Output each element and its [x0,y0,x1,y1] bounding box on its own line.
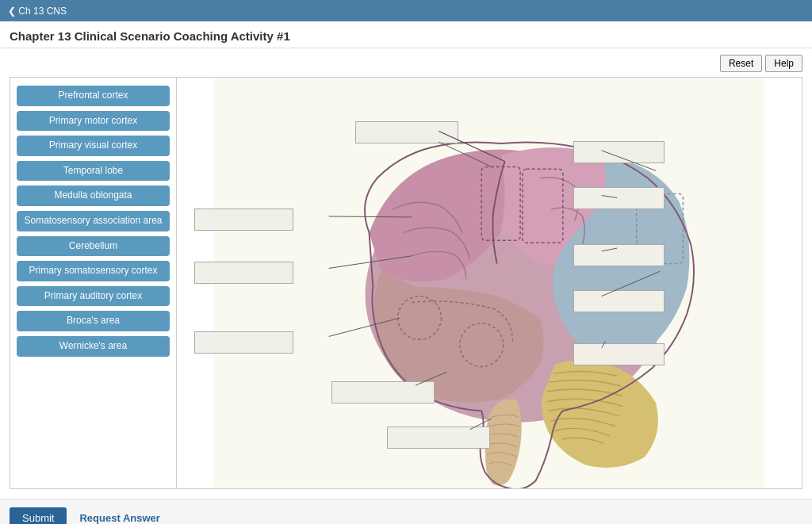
label-btn-temporal[interactable]: Temporal lobe [17,161,170,182]
request-answer-link[interactable]: Request Answer [79,512,159,524]
answer-box-10[interactable] [331,381,435,404]
back-link[interactable]: Ch 13 CNS [8,6,67,17]
submit-button[interactable]: Submit [10,507,67,524]
main-content: Reset Help Prefrontal cortex Primary mot… [0,48,812,499]
footer-bar: Submit Request Answer [0,499,812,524]
diagram-area [177,78,802,488]
label-btn-brocas[interactable]: Broca's area [17,311,170,331]
label-btn-wernickes[interactable]: Wernicke's area [17,336,170,357]
left-panel: Prefrontal cortex Primary motor cortex P… [10,78,177,488]
answer-box-9[interactable] [194,331,293,354]
answer-box-5[interactable] [573,290,665,312]
answer-box-4[interactable] [573,244,665,266]
label-btn-prefrontal[interactable]: Prefrontal cortex [17,86,170,106]
answer-box-3[interactable] [573,187,665,209]
page-title: Chapter 13 Clinical Scenario Coaching Ac… [0,21,812,48]
label-btn-primary-motor[interactable]: Primary motor cortex [17,111,170,132]
label-btn-primary-auditory[interactable]: Primary auditory cortex [17,286,170,307]
label-btn-primary-visual[interactable]: Primary visual cortex [17,136,170,156]
label-btn-medulla[interactable]: Medulla oblongata [17,186,170,206]
answer-box-11[interactable] [387,426,490,449]
reset-button[interactable]: Reset [720,55,762,72]
answer-box-2[interactable] [573,141,665,163]
answer-box-8[interactable] [194,262,293,284]
toolbar: Reset Help [10,55,802,72]
title-text: Chapter 13 Clinical Scenario Coaching Ac… [10,29,290,43]
top-nav: Ch 13 CNS [0,0,812,21]
help-button[interactable]: Help [765,55,802,72]
activity-box: Prefrontal cortex Primary motor cortex P… [10,77,802,489]
answer-box-1[interactable] [355,121,458,143]
label-btn-somatosensory-assoc[interactable]: Somatosensory association area [17,211,170,231]
label-btn-cerebellum[interactable]: Cerebellum [17,236,170,257]
answer-box-7[interactable] [194,208,293,231]
answer-box-6[interactable] [573,343,665,365]
label-btn-primary-somatosensory[interactable]: Primary somatosensory cortex [17,261,170,281]
